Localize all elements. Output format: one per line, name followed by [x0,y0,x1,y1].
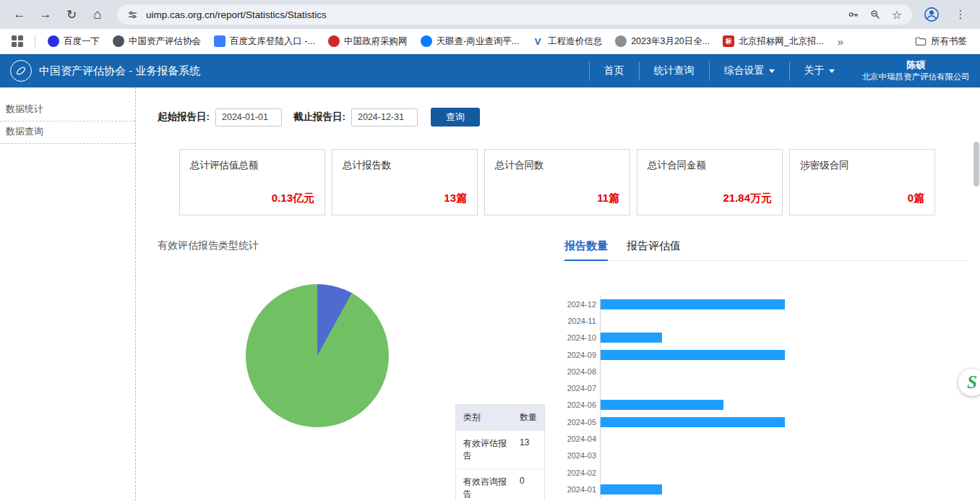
zoom-icon[interactable] [867,7,883,22]
end-date-label: 截止报告日: [293,111,345,124]
bar-track [600,481,968,497]
stat-card-contract-amount: 总计合同金额 21.84万元 [637,149,783,215]
bar-category-label: 2024-01 [564,485,596,494]
bookmark-label: 中国资产评估协会 [129,35,201,48]
bar-track [600,346,968,363]
all-bookmarks-button[interactable]: 所有书签 [909,33,973,51]
refresh-button[interactable]: ↻ [59,2,84,27]
chevron-down-icon [829,69,835,73]
bar-track [600,312,968,329]
bar[interactable] [601,400,723,410]
table-row: 有效评估报告 13 [456,431,544,469]
table-header-row: 类别 数量 [456,405,544,431]
tianyancha-favicon [421,35,432,47]
main-content: 起始报告日: 截止报告日: 查询 总计评估值总额 0.13亿元 总计报告数 13… [136,87,980,501]
app-title: 中国资产评估协会 - 业务报备系统 [39,64,200,78]
cas-logo [10,60,32,82]
sidebar-item-data-query[interactable]: 数据查询 [0,121,135,144]
nav-item-settings[interactable]: 综合设置 [710,54,789,87]
browser-toolbar: ← → ↻ ⌂ uimp.cas.org.cn/report/Statistic… [0,0,980,29]
bookmark-star-icon[interactable]: ☆ [889,7,905,22]
table-row: 有效咨询报告 0 [456,469,544,501]
nav-item-about[interactable]: 关于 [790,54,849,87]
user-menu[interactable]: 陈硕 北京中瑞昌资产评估有限公司 [862,59,971,82]
bar[interactable] [601,350,785,360]
all-bookmarks-label: 所有书签 [931,35,967,48]
sidebar: 数据统计 数据查询 [0,87,136,501]
apps-grid-icon[interactable] [12,35,23,47]
beijing-bidding-favicon: 标 [723,35,734,47]
bookmarks-overflow-chevron[interactable]: » [832,35,849,48]
bar-row: 2024-11 [564,312,968,329]
bookmark-label: 2023年3月20日全... [631,35,710,48]
bar-category-label: 2024-08 [564,367,596,376]
password-key-icon[interactable] [846,7,861,22]
page-scrollbar-thumb[interactable] [973,142,979,187]
stat-card-classified-contracts: 涉密级合同 0篇 [789,149,935,215]
bookmark-label: 中国政府采购网 [344,35,408,48]
bar-chart-section: 报告数量 报告评估值 2024-122024-112024-102024-092… [564,239,968,501]
start-date-input[interactable] [215,108,282,127]
bookmark-item[interactable]: V工程造价信息 [527,33,607,51]
bookmark-item[interactable]: 中国资产评估协会 [108,33,206,51]
bookmark-item[interactable]: 标北京招标网_北京招... [718,33,828,51]
home-button[interactable]: ⌂ [85,2,110,27]
bookmark-item[interactable]: 中国政府采购网 [323,33,413,51]
bookmark-label: 北京招标网_北京招... [739,35,823,48]
bookmarks-bar: 百度一下中国资产评估协会百度文库登陆入口 -...中国政府采购网天眼查-商业查询… [0,29,980,54]
clock-favicon [615,35,627,47]
query-button[interactable]: 查询 [431,108,480,127]
gov-procurement-favicon [328,35,340,47]
bar-row: 2024-03 [564,448,968,464]
bar-category-label: 2024-02 [564,468,596,477]
filter-row: 起始报告日: 截止报告日: 查询 [158,108,968,127]
back-button[interactable]: ← [7,2,32,27]
nav-item-statistics[interactable]: 统计查询 [640,54,709,87]
sidebar-item-data-statistics[interactable]: 数据统计 [0,99,135,121]
forward-button[interactable]: → [33,2,58,27]
tab-report-valuation[interactable]: 报告评估值 [627,239,681,260]
profile-avatar-icon[interactable] [919,2,944,27]
bookmark-item[interactable]: 天眼查-商业查询平... [416,33,525,51]
bar[interactable] [601,333,662,343]
bar[interactable] [601,299,785,309]
bar-row: 2024-12 [564,296,968,312]
stat-cards: 总计评估值总额 0.13亿元 总计报告数 13篇 总计合同数 11篇 总计合同金… [179,149,968,215]
bar-row: 2024-04 [564,430,968,447]
bar-category-label: 2024-11 [564,317,596,325]
cas-favicon [113,35,124,47]
report-type-pie-chart[interactable] [246,284,389,427]
bar-track [600,448,968,464]
report-type-table: 类别 数量 有效评估报告 13 有效咨询报告 0 [455,404,545,501]
bar-row: 2024-07 [564,380,968,396]
stat-card-total-valuation: 总计评估值总额 0.13亿元 [179,149,325,215]
pie-section-title: 有效评估报告类型统计 [158,239,551,252]
end-date-input[interactable] [351,108,418,127]
stat-card-total-reports: 总计报告数 13篇 [332,149,478,215]
user-company: 北京中瑞昌资产评估有限公司 [862,72,971,83]
baidu-favicon [48,35,59,47]
bar-category-label: 2024-10 [564,333,596,342]
nav-item-home[interactable]: 首页 [590,54,639,87]
app-header: 中国资产评估协会 - 业务报备系统 首页 统计查询 综合设置 关于 陈硕 北京中… [0,54,980,87]
bar[interactable] [601,417,785,427]
bar-category-label: 2024-03 [564,451,596,460]
tab-report-count[interactable]: 报告数量 [564,239,608,261]
bar[interactable] [601,484,662,494]
bar-category-label: 2024-06 [564,401,596,409]
site-info-icon[interactable] [124,7,140,22]
bar-track [600,296,968,312]
address-bar[interactable]: uimp.cas.org.cn/report/Statistics/Statis… [117,4,912,25]
bookmark-item[interactable]: 百度文库登陆入口 -... [209,33,320,51]
bookmark-item[interactable]: 2023年3月20日全... [610,33,715,51]
customer-service-float-button[interactable]: S [958,369,980,396]
bar-row: 2024-05 [564,414,968,430]
chevron-down-icon [769,69,775,73]
browser-menu-icon[interactable]: ⋮ [948,2,973,27]
url-text: uimp.cas.org.cn/report/Statistics/Statis… [146,9,840,20]
start-date-label: 起始报告日: [158,111,210,124]
bookmark-item[interactable]: 百度一下 [43,33,105,51]
bar-track [600,380,968,396]
report-tabs: 报告数量 报告评估值 [564,239,968,261]
bar-track [600,363,968,380]
